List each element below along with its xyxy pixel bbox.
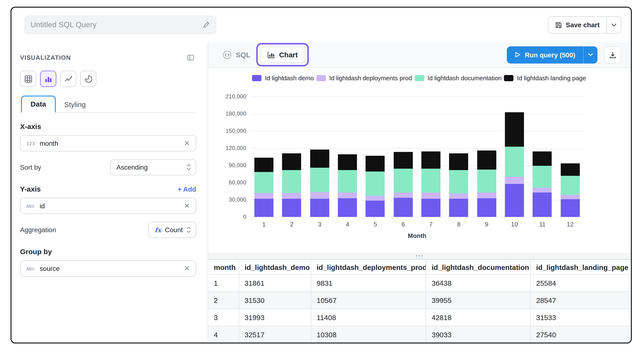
download-results-button[interactable]: [604, 46, 621, 63]
remove-x-field-icon[interactable]: ✕: [183, 139, 191, 148]
bar-month-10[interactable]: [505, 112, 524, 217]
tab-styling[interactable]: Styling: [56, 97, 94, 112]
bar-segment[interactable]: [422, 151, 440, 169]
bar-segment[interactable]: [533, 165, 552, 188]
remove-group-field-icon[interactable]: ✕: [183, 264, 191, 273]
tab-data[interactable]: Data: [21, 96, 56, 113]
bar-segment[interactable]: [422, 169, 440, 193]
bar-segment[interactable]: [310, 167, 329, 192]
bar-segment[interactable]: [366, 201, 385, 217]
bar-segment[interactable]: [449, 194, 468, 199]
bar-segment[interactable]: [477, 199, 496, 217]
bar-month-6[interactable]: [394, 152, 413, 217]
run-query-caret-button[interactable]: [583, 46, 597, 63]
bar-segment[interactable]: [505, 177, 524, 184]
legend-item[interactable]: Id lightdash landing page: [504, 75, 586, 82]
tab-chart[interactable]: Chart: [260, 47, 305, 63]
bar-segment[interactable]: [533, 188, 552, 193]
bar-segment[interactable]: [449, 170, 468, 194]
bar-month-11[interactable]: [533, 151, 552, 217]
panel-resize-handle[interactable]: [208, 253, 631, 259]
bar-segment[interactable]: [310, 192, 329, 199]
bar-segment[interactable]: [394, 193, 413, 198]
bar-segment[interactable]: [505, 184, 524, 217]
aggregation-select[interactable]: fx Count: [149, 222, 196, 238]
bar-month-2[interactable]: [282, 153, 301, 217]
bar-slot: [334, 96, 362, 217]
main-panel: SQL Chart: [208, 42, 631, 342]
bar-segment[interactable]: [310, 149, 329, 167]
bar-segment[interactable]: [533, 151, 552, 165]
remove-y-field-icon[interactable]: ✕: [183, 202, 191, 210]
bar-segment[interactable]: [505, 147, 524, 176]
bar-segment[interactable]: [394, 168, 413, 193]
bar-month-12[interactable]: [561, 163, 580, 217]
bar-segment[interactable]: [394, 152, 413, 169]
group-by-field[interactable]: Abc source ✕: [20, 260, 196, 277]
legend-item[interactable]: Id lightdash demo: [252, 75, 314, 82]
x-axis-field[interactable]: 123 month ✕: [20, 135, 196, 151]
bar-segment[interactable]: [561, 199, 580, 217]
bar-segment[interactable]: [477, 150, 496, 169]
bar-segment[interactable]: [254, 172, 274, 193]
save-chart-button[interactable]: Save chart: [548, 17, 606, 33]
bar-segment[interactable]: [366, 156, 385, 171]
bar-slot: [389, 96, 417, 217]
save-chart-caret-button[interactable]: [606, 17, 620, 33]
bar-segment[interactable]: [282, 193, 301, 199]
bar-segment[interactable]: [366, 171, 385, 196]
add-y-axis-link[interactable]: + Add: [178, 185, 196, 193]
aggregation-value: Count: [165, 226, 183, 234]
bar-segment[interactable]: [422, 199, 440, 217]
bar-segment[interactable]: [366, 196, 385, 201]
bar-segment[interactable]: [449, 199, 468, 217]
bar-segment[interactable]: [505, 112, 524, 147]
bar-segment[interactable]: [449, 153, 468, 170]
bar-segment[interactable]: [477, 169, 496, 193]
legend-item[interactable]: Id lightdash deployments prod: [316, 75, 412, 82]
bar-segment[interactable]: [477, 193, 496, 199]
table-cell: 31861: [238, 274, 311, 292]
chart-type-table-button[interactable]: [20, 71, 36, 87]
bar-month-9[interactable]: [477, 150, 496, 217]
bar-segment[interactable]: [338, 170, 357, 193]
bar-segment[interactable]: [422, 193, 440, 199]
edit-pencil-icon[interactable]: [202, 21, 210, 29]
collapse-panel-icon[interactable]: [185, 52, 196, 63]
results-table-container[interactable]: monthid_lightdash_demoid_lightdash_deplo…: [208, 259, 631, 342]
bar-segment[interactable]: [338, 154, 357, 170]
bar-month-1[interactable]: [254, 157, 274, 217]
bar-month-4[interactable]: [338, 154, 357, 217]
bar-month-7[interactable]: [422, 151, 440, 217]
chart-type-bar-button[interactable]: [40, 71, 56, 87]
bar-segment[interactable]: [533, 193, 552, 217]
bar-segment[interactable]: [254, 157, 274, 172]
bar-segment[interactable]: [254, 193, 274, 199]
bar-month-3[interactable]: [310, 149, 329, 217]
bar-segment[interactable]: [282, 199, 301, 217]
bar-segment[interactable]: [338, 198, 357, 217]
chart-type-line-button[interactable]: [60, 71, 76, 87]
bar-segment[interactable]: [310, 199, 329, 217]
bar-segment[interactable]: [282, 170, 301, 193]
bar-month-5[interactable]: [366, 156, 385, 217]
y-axis-field[interactable]: Abc id ✕: [20, 198, 196, 214]
run-query-button[interactable]: Run query (500): [506, 46, 583, 63]
bar-segment[interactable]: [561, 195, 580, 199]
x-tick-label: 12: [556, 221, 584, 228]
bar-segment[interactable]: [394, 198, 413, 217]
tab-sql[interactable]: SQL: [218, 47, 255, 62]
query-title-input[interactable]: Untitled SQL Query: [24, 15, 217, 34]
sort-by-select[interactable]: Ascending: [110, 159, 196, 175]
bar-segment[interactable]: [282, 153, 301, 170]
run-query-label: Run query (500): [525, 51, 575, 59]
bar-segment[interactable]: [254, 199, 274, 217]
bar-segment[interactable]: [338, 192, 357, 198]
bar-segment[interactable]: [561, 163, 580, 175]
chart-type-pie-button[interactable]: [80, 71, 96, 87]
bar-slot: [528, 96, 556, 217]
bar-month-8[interactable]: [449, 153, 468, 217]
bar-segment[interactable]: [561, 175, 580, 195]
y-tick-label: 60,000: [229, 179, 246, 186]
legend-item[interactable]: Id lightdash documentation: [414, 75, 502, 82]
